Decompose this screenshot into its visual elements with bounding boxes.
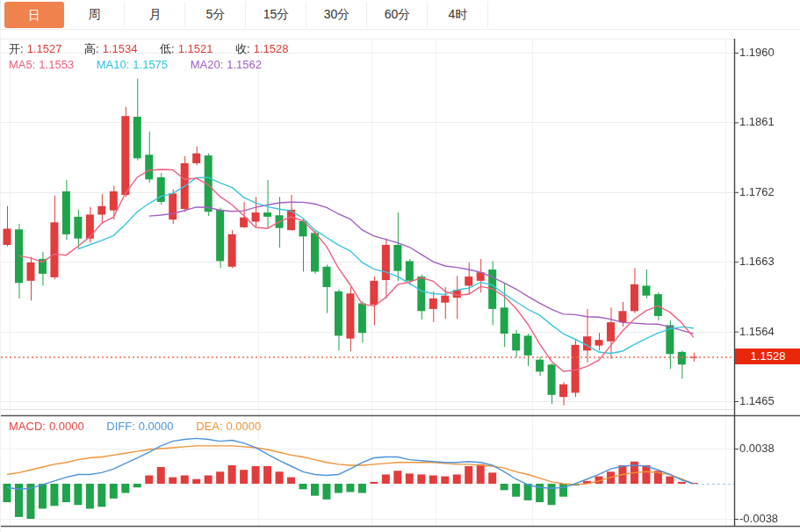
diff-value: 0.0000 <box>139 420 174 433</box>
ma20-label: MA20: <box>191 58 224 71</box>
ma5-label: MA5: <box>9 58 35 71</box>
tab-周[interactable]: 周 <box>65 2 125 27</box>
tab-15分[interactable]: 15分 <box>247 2 306 27</box>
tab-月[interactable]: 月 <box>126 2 185 27</box>
tab-4时[interactable]: 4时 <box>429 2 488 27</box>
ma10-value: 1.1575 <box>133 58 168 71</box>
high-value: 1.1534 <box>103 42 138 55</box>
open-label: 开: <box>9 42 24 55</box>
high-label: 高: <box>84 42 99 55</box>
tab-日[interactable]: 日 <box>4 2 64 28</box>
macd-readout: MACD:0.0000 DIFF:0.0000 DEA:0.0000 <box>9 420 264 433</box>
candlestick-chart-canvas[interactable] <box>1 0 800 532</box>
low-label: 低: <box>160 42 175 55</box>
ma10-label: MA10: <box>97 58 130 71</box>
macd-value: 0.0000 <box>49 420 84 433</box>
close-value: 1.1528 <box>254 42 289 55</box>
low-value: 1.1521 <box>178 42 213 55</box>
tab-5分[interactable]: 5分 <box>186 2 246 27</box>
ohlc-readout: 开:1.1527 高:1.1534 低:1.1521 收:1.1528 <box>9 41 292 57</box>
open-value: 1.1527 <box>27 42 62 55</box>
diff-label: DIFF: <box>106 420 135 433</box>
dea-value: 0.0000 <box>227 420 262 433</box>
close-label: 收: <box>235 42 250 55</box>
macd-label: MACD: <box>9 420 46 433</box>
trading-chart-app: 日周月5分15分30分60分4时 开:1.1527 高:1.1534 低:1.1… <box>0 0 800 532</box>
ma20-value: 1.1562 <box>227 58 262 71</box>
period-tabbar: 日周月5分15分30分60分4时 <box>1 0 800 30</box>
tab-30分[interactable]: 30分 <box>307 2 367 27</box>
ma5-value: 1.1553 <box>39 58 74 71</box>
dea-label: DEA: <box>196 420 222 433</box>
ma-readout: MA5:1.1553 MA10:1.1575 MA20:1.1562 <box>9 58 265 71</box>
tab-60分[interactable]: 60分 <box>368 2 428 27</box>
